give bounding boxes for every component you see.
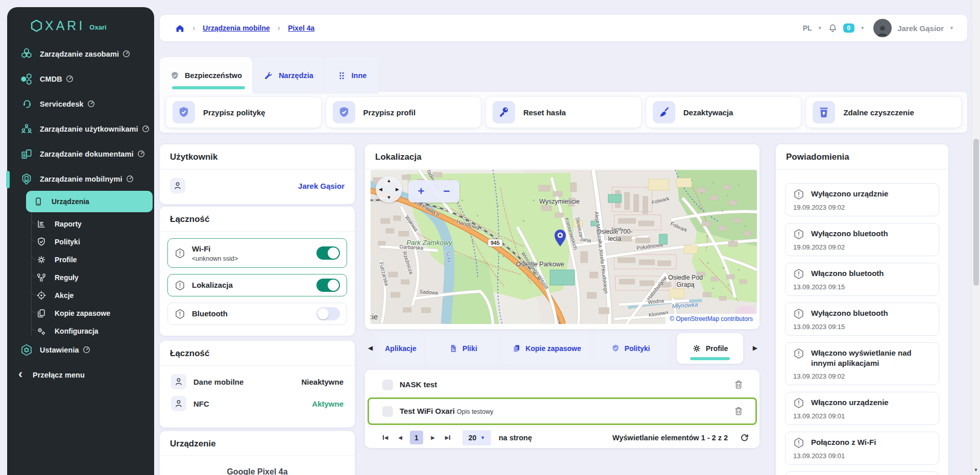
sidebar-item-cmdb[interactable]: CMDB [7, 66, 154, 91]
tab-kopie-zapasowe[interactable]: Kopie zapasowe [502, 333, 591, 364]
pan-left-icon[interactable]: ◀ [379, 187, 382, 192]
notification-item[interactable]: Włączono wyświetlanie nad innymi aplikac… [785, 342, 939, 385]
gauge-icon [122, 50, 130, 58]
sidebar-item-servicedesk[interactable]: Servicedesk [7, 91, 154, 116]
wi-fi-switch[interactable] [316, 246, 340, 260]
avatar[interactable] [873, 19, 892, 37]
device-panel: Urządzenie Google Pixel 4a [160, 431, 355, 475]
hexagons-icon [20, 48, 33, 60]
sidebar-subitem-kopie-zapasowe[interactable]: Kopie zapasowe [7, 304, 154, 322]
zoom-out-button[interactable]: − [444, 185, 450, 198]
sidebar-subitem-akcje[interactable]: Akcje [7, 286, 154, 304]
chevron-down-icon[interactable]: ▼ [818, 26, 822, 31]
map-attribution[interactable]: © OpenStreetMap contributors [666, 314, 757, 324]
tab-narzedzia[interactable]: Narzędzia [253, 57, 324, 94]
oxari-logo[interactable]: XARI Oxari [30, 18, 107, 33]
refresh-icon[interactable] [740, 433, 749, 442]
oxari-hexagon-icon [30, 19, 43, 33]
tabs-scroll-left-icon[interactable]: ◀ [368, 344, 373, 352]
notification-item[interactable]: Włączono urządzenie13.09.2023 09:01 [785, 392, 939, 425]
sidebar-subitem-raporty[interactable]: Raporty [7, 215, 154, 233]
topbar-right: PL ▼ 0 ▼ Jarek Gąsior ▼ [803, 19, 954, 37]
action-zdalne-czyszczenie[interactable]: Zdalne czyszczenie [806, 97, 961, 128]
current-page[interactable]: 1 [410, 431, 423, 444]
sidebar-subitem-polityki[interactable]: Polityki [7, 233, 154, 251]
scrollbar-thumb[interactable] [973, 139, 979, 286]
breadcrumb-link-devices[interactable]: Urządzenia mobilne [203, 24, 270, 32]
chevron-left-icon: ‹ [18, 368, 22, 380]
last-page-button[interactable]: ▶ [443, 431, 453, 444]
quick-actions: Przypisz politykęPrzypisz profilReset ha… [160, 92, 967, 133]
notification-item[interactable]: Włączono lokalizację13.09.2023 09:01 [785, 471, 939, 475]
pan-up-icon[interactable]: ▲ [387, 179, 391, 183]
shieldtab-icon [611, 344, 620, 353]
window-scrollbar[interactable]: ▼ [971, 0, 980, 475]
delete-icon[interactable] [733, 406, 744, 416]
notification-item[interactable]: Połączono z Wi-Fi13.09.2023 09:01 [785, 432, 939, 465]
tab-aplikacje[interactable]: Aplikacje [377, 333, 424, 364]
sidebar-item-ustawienia[interactable]: Ustawienia [7, 337, 154, 362]
tab-inne[interactable]: Inne [325, 57, 378, 94]
notification-item[interactable]: Włączono bluetooth13.09.2023 09:15 [785, 263, 939, 296]
notification-item[interactable]: Wyłączono urządznie19.09.2023 09:02 [785, 183, 939, 216]
bluetooth-switch[interactable] [316, 307, 340, 320]
action-dezaktywacja[interactable]: Dezaktywacja [646, 97, 801, 128]
delete-icon[interactable] [733, 380, 744, 390]
status-row-nfc: NFCAktywne [171, 395, 344, 412]
bell-icon[interactable] [828, 23, 838, 33]
table-row-nask-test[interactable]: NASK test [368, 374, 757, 395]
panel-title: Łączność [160, 341, 355, 365]
sidebar-subitem-reguly[interactable]: Reguły [7, 268, 154, 286]
branch-connector [31, 302, 36, 313]
tab-bezpieczenstwo[interactable]: Bezpieczeństwo [160, 57, 252, 94]
row-checkbox[interactable] [382, 380, 393, 390]
table-row-test-wifi-oxari[interactable]: Test WiFi OxariOpis testowy [368, 397, 757, 425]
sidebar-subitem-urzadzenia[interactable]: Urządzenia [26, 191, 153, 212]
chevron-down-icon[interactable]: ▼ [949, 26, 954, 31]
pan-right-icon[interactable]: ▶ [396, 187, 399, 192]
notification-list: Wyłączono urządznie19.09.2023 09:02Wyłąc… [776, 169, 948, 475]
target-icon [36, 290, 46, 301]
sidebar-item-zarzadzanie-dokumentami[interactable]: Zarządzanie dokumentami [7, 141, 154, 166]
notification-item[interactable]: Wyłączono bluetooth19.09.2023 09:02 [785, 223, 939, 256]
lokalizacja-switch[interactable] [316, 279, 340, 292]
gauge-icon [126, 175, 134, 183]
tabs-scroll-right-icon[interactable]: ▶ [753, 344, 757, 352]
chevron-down-icon: ▼ [480, 435, 485, 440]
copy-icon [36, 308, 46, 318]
tab-profile[interactable]: Profile [677, 333, 743, 364]
user-menu[interactable]: Jarek Gąsior [897, 24, 944, 33]
pan-down-icon[interactable]: ▼ [387, 195, 391, 200]
row-checkbox[interactable] [382, 406, 393, 417]
sidebar-subitem-profile[interactable]: Profile [7, 251, 154, 268]
user-link[interactable]: Jarek Gąsior [298, 182, 345, 190]
menu-collapse-toggle[interactable]: ‹ Przełącz menu [7, 362, 154, 387]
action-reset-hasla[interactable]: Reset hasła [486, 97, 641, 128]
language-selector[interactable]: PL [803, 24, 812, 32]
sidebar-item-zarzadzanie-zasobami[interactable]: Zarządzanie zasobami [7, 41, 154, 66]
map-pan-control[interactable]: ▲ ▼ ◀ ▶ [376, 176, 402, 203]
tab-pliki[interactable]: Pliki [426, 333, 500, 364]
prev-page-button[interactable]: ◀ [395, 431, 405, 444]
breadcrumb: › Urządzenia mobilne › Pixel 4a [175, 23, 314, 33]
home-icon[interactable] [175, 23, 185, 33]
scrollbar-down-icon[interactable]: ▼ [974, 467, 978, 472]
gauge-icon [87, 100, 95, 108]
first-page-button[interactable]: ◀ [380, 431, 390, 444]
tab-polityki[interactable]: Polityki [593, 333, 668, 364]
chevron-down-icon[interactable]: ▼ [860, 26, 865, 31]
notification-item[interactable]: Wyłączono bluetooth13.09.2023 09:15 [785, 303, 939, 336]
breadcrumb-link-device[interactable]: Pixel 4a [288, 24, 314, 32]
action-przypisz-profil[interactable]: Przypisz profil [326, 97, 481, 128]
sidebar-item-zarzadzanie-uzytkownikami[interactable]: Zarządzanie użytkownikami [7, 116, 154, 141]
zoom-in-button[interactable]: + [418, 185, 425, 198]
map[interactable]: WyszymieściePark ZamkowyOsiedle ParkoweO… [371, 170, 757, 324]
page-size-select[interactable]: 20 ▼ [462, 430, 491, 445]
action-przypisz-polityke[interactable]: Przypisz politykę [166, 97, 321, 128]
sidebar-item-zarzadzanie-mobilnymi[interactable]: Zarządzanie mobilnymi [7, 166, 154, 191]
sidebar: XARI Oxari Zarządzanie zasobamiCMDBServi… [7, 7, 154, 475]
notification-count-badge[interactable]: 0 [843, 23, 855, 33]
next-page-button[interactable]: ▶ [428, 431, 438, 444]
user-row: Jarek Gąsior [160, 169, 355, 202]
oxari-mdm-app: XARI Oxari Zarządzanie zasobamiCMDBServi… [0, 0, 980, 475]
